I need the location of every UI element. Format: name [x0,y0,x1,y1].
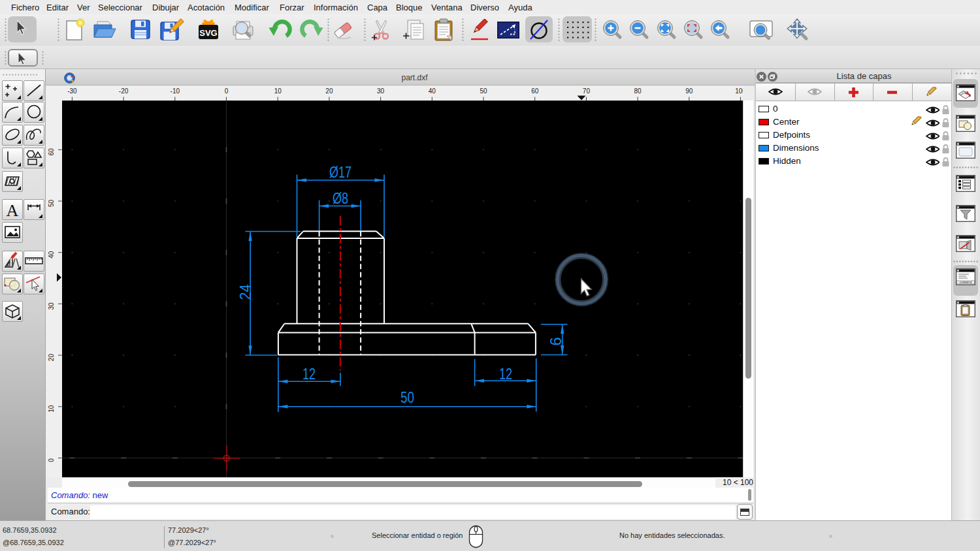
svg-text:A: A [7,201,19,220]
svg-text:SVG: SVG [199,28,217,38]
svg-text:60: 60 [531,87,539,95]
svg-text:40: 40 [48,251,55,259]
svg-text:-20: -20 [119,87,129,95]
svg-text:10: 10 [48,405,55,413]
svg-text:-10: -10 [171,87,180,95]
svg-text:100: 100 [735,87,743,95]
svg-text:20: 20 [325,87,333,95]
svg-text:90: 90 [685,87,693,95]
svg-text:12: 12 [499,366,512,383]
svg-text:10: 10 [274,87,282,95]
svg-text:50: 50 [480,87,487,95]
svg-text:60: 60 [48,148,55,156]
svg-text:30: 30 [377,87,385,95]
svg-text:80: 80 [634,87,642,95]
svg-text:70: 70 [583,87,591,95]
svg-text:50: 50 [48,200,55,208]
svg-text:-30: -30 [67,87,77,95]
svg-text:command: command [960,281,972,284]
svg-text:30: 30 [48,302,55,310]
svg-text:12: 12 [302,366,316,383]
svg-text:6: 6 [547,338,564,346]
svg-text:0: 0 [225,87,229,95]
svg-text:0: 0 [48,458,55,462]
svg-text:Ø8: Ø8 [333,190,348,207]
svg-text:24: 24 [237,284,254,300]
svg-text:40: 40 [429,87,436,95]
svg-text:50: 50 [400,389,414,406]
svg-text:20: 20 [48,354,55,362]
svg-text:Ø17: Ø17 [329,164,351,181]
